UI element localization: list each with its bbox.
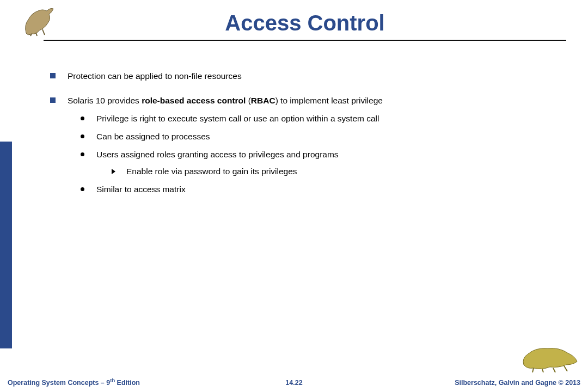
slide-footer: Operating System Concepts – 9th Edition … — [0, 376, 588, 387]
dot-bullet-icon — [81, 187, 84, 191]
footer-right: Silberschatz, Galvin and Gagne © 2013 — [455, 379, 580, 387]
bullet-text: Similar to access matrix — [96, 184, 561, 195]
bullet-text: Enable role via password to gain its pri… — [126, 166, 561, 177]
title-area: Access Control — [44, 11, 566, 41]
bold-text: role-based access control — [142, 96, 246, 105]
italic-text: Privilege — [96, 114, 128, 123]
italic-text: roles — [157, 150, 175, 159]
bullet-text: Protection can be applied to non-file re… — [68, 71, 561, 82]
text-fragment: Solaris 10 provides — [68, 96, 142, 105]
bullet-level1: Solaris 10 provides role-based access co… — [50, 95, 561, 195]
dinosaur-bottom-right-icon — [520, 343, 580, 373]
slide-title: Access Control — [44, 11, 566, 39]
text-fragment: ( — [246, 96, 250, 105]
slide-content: Protection can be applied to non-file re… — [50, 71, 561, 195]
square-bullet-icon — [50, 97, 56, 103]
slide: Access Control Protection can be applied… — [0, 0, 588, 392]
bullet-level2: Privilege is right to execute system cal… — [81, 113, 561, 125]
bullet-level2: Similar to access matrix — [81, 184, 561, 195]
bold-text: RBAC — [251, 96, 275, 105]
bullet-level3: Enable role via password to gain its pri… — [112, 166, 561, 177]
dot-bullet-icon — [81, 117, 84, 120]
bullet-level2: Can be assigned to processes — [81, 131, 561, 143]
bullet-text: Users assigned roles granting access to … — [96, 149, 561, 177]
bullet-level1: Protection can be applied to non-file re… — [50, 71, 561, 82]
text-fragment: ) to implement least privilege — [275, 96, 383, 105]
dot-bullet-icon — [81, 152, 84, 156]
text-fragment: Users assigned — [96, 150, 157, 159]
text-fragment: granting access to privileges and progra… — [175, 150, 339, 159]
triangle-bullet-icon — [112, 169, 115, 174]
bullet-text: Solaris 10 provides role-based access co… — [68, 95, 561, 195]
title-underline — [44, 40, 566, 41]
text-fragment: is right to execute system call or use a… — [128, 114, 379, 123]
dot-bullet-icon — [81, 134, 84, 138]
bullet-level2: Users assigned roles granting access to … — [81, 149, 561, 177]
bullet-text: Privilege is right to execute system cal… — [96, 113, 561, 125]
bullet-text: Can be assigned to processes — [96, 131, 561, 143]
square-bullet-icon — [50, 73, 56, 78]
left-accent-bar — [0, 142, 12, 348]
